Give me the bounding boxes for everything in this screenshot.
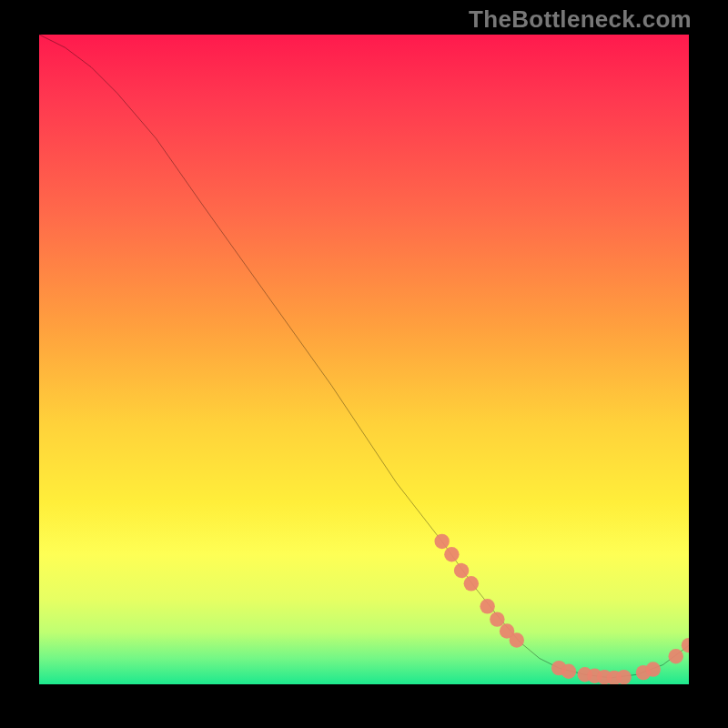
highlight-dot bbox=[682, 638, 689, 652]
highlight-dot bbox=[561, 664, 576, 679]
plot-area bbox=[39, 35, 689, 684]
bottleneck-curve bbox=[39, 35, 689, 678]
highlight-dot bbox=[480, 599, 494, 613]
highlight-dot bbox=[454, 563, 469, 578]
highlight-dot bbox=[616, 670, 631, 684]
highlight-dots-group bbox=[434, 534, 689, 684]
highlight-dot bbox=[444, 547, 459, 561]
curve-layer bbox=[39, 35, 689, 684]
curve-group bbox=[39, 35, 689, 678]
highlight-dot bbox=[464, 576, 479, 591]
highlight-dot bbox=[434, 534, 449, 549]
highlight-dot bbox=[510, 632, 524, 647]
watermark-text: TheBottleneck.com bbox=[469, 5, 692, 34]
highlight-dot bbox=[490, 612, 504, 626]
highlight-dot bbox=[669, 649, 683, 663]
chart-stage: TheBottleneck.com bbox=[0, 0, 728, 728]
highlight-dot bbox=[646, 662, 661, 676]
